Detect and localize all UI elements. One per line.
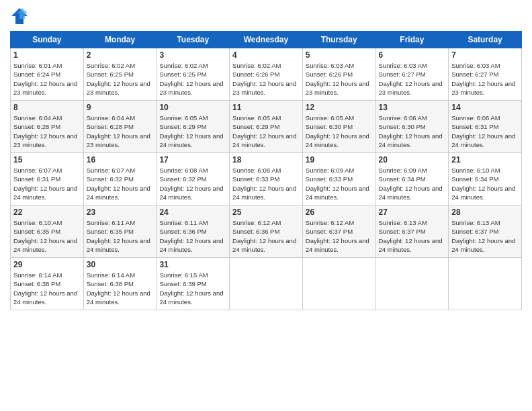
empty-cell xyxy=(302,258,375,310)
calendar-cell: 3 Sunrise: 6:02 AM Sunset: 6:25 PM Dayli… xyxy=(157,48,230,101)
day-info: Sunrise: 6:08 AM Sunset: 6:32 PM Dayligh… xyxy=(159,166,226,201)
sunset-label: Sunset: 6:29 PM xyxy=(232,123,279,130)
sunrise-label: Sunrise: 6:09 AM xyxy=(306,167,354,174)
daylight-label: Daylight: 12 hours and 24 minutes. xyxy=(451,132,515,148)
sunrise-label: Sunrise: 6:01 AM xyxy=(13,62,62,69)
sunset-label: Sunset: 6:39 PM xyxy=(159,280,206,287)
day-header: Friday xyxy=(375,32,449,48)
day-number: 22 xyxy=(13,208,81,217)
empty-cell xyxy=(230,258,303,310)
sunrise-label: Sunrise: 6:02 AM xyxy=(159,62,208,69)
calendar-cell: 25 Sunrise: 6:12 AM Sunset: 6:36 PM Dayl… xyxy=(230,205,303,258)
day-info: Sunrise: 6:07 AM Sunset: 6:32 PM Dayligh… xyxy=(87,166,154,201)
daylight-label: Daylight: 12 hours and 23 minutes. xyxy=(306,80,369,96)
day-number: 16 xyxy=(87,155,154,165)
daylight-label: Daylight: 12 hours and 24 minutes. xyxy=(232,237,296,253)
day-number: 21 xyxy=(451,155,519,165)
day-info: Sunrise: 6:13 AM Sunset: 6:37 PM Dayligh… xyxy=(451,218,519,254)
sunset-label: Sunset: 6:26 PM xyxy=(306,71,353,78)
day-info: Sunrise: 6:07 AM Sunset: 6:31 PM Dayligh… xyxy=(13,166,81,201)
day-info: Sunrise: 6:10 AM Sunset: 6:34 PM Dayligh… xyxy=(451,166,519,201)
day-number: 31 xyxy=(159,260,226,269)
day-number: 30 xyxy=(87,260,154,269)
sunrise-label: Sunrise: 6:02 AM xyxy=(87,62,135,69)
day-info: Sunrise: 6:08 AM Sunset: 6:33 PM Dayligh… xyxy=(232,166,300,201)
sunrise-label: Sunrise: 6:07 AM xyxy=(13,167,62,174)
daylight-label: Daylight: 12 hours and 23 minutes. xyxy=(379,80,443,96)
day-number: 1 xyxy=(13,50,81,60)
day-number: 10 xyxy=(159,103,226,112)
day-number: 17 xyxy=(159,155,226,165)
sunrise-label: Sunrise: 6:13 AM xyxy=(451,219,500,226)
calendar-cell: 5 Sunrise: 6:03 AM Sunset: 6:26 PM Dayli… xyxy=(302,48,375,101)
calendar-cell: 31 Sunrise: 6:15 AM Sunset: 6:39 PM Dayl… xyxy=(157,258,230,310)
sunrise-label: Sunrise: 6:04 AM xyxy=(13,114,62,122)
page: SundayMondayTuesdayWednesdayThursdayFrid… xyxy=(0,0,532,411)
day-info: Sunrise: 6:03 AM Sunset: 6:26 PM Dayligh… xyxy=(306,61,373,97)
daylight-label: Daylight: 12 hours and 24 minutes. xyxy=(232,185,296,201)
calendar-cell: 23 Sunrise: 6:11 AM Sunset: 6:35 PM Dayl… xyxy=(83,205,157,258)
sunset-label: Sunset: 6:37 PM xyxy=(451,228,498,235)
sunset-label: Sunset: 6:38 PM xyxy=(13,280,60,287)
sunrise-label: Sunrise: 6:03 AM xyxy=(306,62,354,69)
sunset-label: Sunset: 6:25 PM xyxy=(159,71,206,78)
calendar-cell: 30 Sunrise: 6:14 AM Sunset: 6:38 PM Dayl… xyxy=(83,258,157,310)
day-info: Sunrise: 6:05 AM Sunset: 6:29 PM Dayligh… xyxy=(232,113,300,149)
calendar-cell: 9 Sunrise: 6:04 AM Sunset: 6:28 PM Dayli… xyxy=(83,101,157,153)
sunrise-label: Sunrise: 6:11 AM xyxy=(159,219,208,226)
daylight-label: Daylight: 12 hours and 23 minutes. xyxy=(232,80,296,96)
daylight-label: Daylight: 12 hours and 24 minutes. xyxy=(379,132,443,148)
calendar-cell: 8 Sunrise: 6:04 AM Sunset: 6:28 PM Dayli… xyxy=(11,101,84,153)
day-header: Tuesday xyxy=(157,32,230,48)
sunset-label: Sunset: 6:34 PM xyxy=(379,175,426,183)
sunset-label: Sunset: 6:38 PM xyxy=(87,280,134,287)
sunrise-label: Sunrise: 6:05 AM xyxy=(232,114,281,122)
day-info: Sunrise: 6:02 AM Sunset: 6:25 PM Dayligh… xyxy=(87,61,154,97)
day-number: 9 xyxy=(87,103,154,112)
calendar-cell: 14 Sunrise: 6:06 AM Sunset: 6:31 PM Dayl… xyxy=(449,101,522,153)
sunrise-label: Sunrise: 6:05 AM xyxy=(159,114,208,122)
day-header: Saturday xyxy=(449,32,522,48)
daylight-label: Daylight: 12 hours and 24 minutes. xyxy=(87,289,150,306)
sunrise-label: Sunrise: 6:06 AM xyxy=(451,114,500,122)
sunset-label: Sunset: 6:32 PM xyxy=(159,175,206,183)
daylight-label: Daylight: 12 hours and 24 minutes. xyxy=(159,289,223,306)
day-number: 14 xyxy=(451,103,519,112)
sunset-label: Sunset: 6:28 PM xyxy=(13,123,60,130)
sunset-label: Sunset: 6:34 PM xyxy=(451,175,498,183)
sunset-label: Sunset: 6:28 PM xyxy=(87,123,134,130)
day-info: Sunrise: 6:09 AM Sunset: 6:33 PM Dayligh… xyxy=(306,166,373,201)
day-number: 23 xyxy=(87,208,154,217)
daylight-label: Daylight: 12 hours and 24 minutes. xyxy=(451,185,515,201)
sunset-label: Sunset: 6:25 PM xyxy=(87,71,134,78)
day-info: Sunrise: 6:10 AM Sunset: 6:35 PM Dayligh… xyxy=(13,218,81,254)
daylight-label: Daylight: 12 hours and 24 minutes. xyxy=(451,237,515,253)
header xyxy=(10,7,522,26)
calendar-cell: 27 Sunrise: 6:13 AM Sunset: 6:37 PM Dayl… xyxy=(375,205,449,258)
sunrise-label: Sunrise: 6:08 AM xyxy=(232,167,281,174)
calendar-cell: 13 Sunrise: 6:06 AM Sunset: 6:30 PM Dayl… xyxy=(375,101,449,153)
day-number: 2 xyxy=(87,50,154,60)
daylight-label: Daylight: 12 hours and 23 minutes. xyxy=(13,80,77,96)
calendar-cell: 26 Sunrise: 6:12 AM Sunset: 6:37 PM Dayl… xyxy=(302,205,375,258)
calendar-cell: 2 Sunrise: 6:02 AM Sunset: 6:25 PM Dayli… xyxy=(83,48,157,101)
sunset-label: Sunset: 6:33 PM xyxy=(306,175,353,183)
calendar-cell: 18 Sunrise: 6:08 AM Sunset: 6:33 PM Dayl… xyxy=(230,153,303,205)
day-number: 12 xyxy=(306,103,373,112)
day-info: Sunrise: 6:09 AM Sunset: 6:34 PM Dayligh… xyxy=(379,166,446,201)
day-number: 18 xyxy=(232,155,300,165)
calendar-cell: 7 Sunrise: 6:03 AM Sunset: 6:27 PM Dayli… xyxy=(449,48,522,101)
day-number: 26 xyxy=(306,208,373,217)
day-info: Sunrise: 6:15 AM Sunset: 6:39 PM Dayligh… xyxy=(159,271,226,306)
daylight-label: Daylight: 12 hours and 24 minutes. xyxy=(306,185,369,201)
sunset-label: Sunset: 6:35 PM xyxy=(13,228,60,235)
day-info: Sunrise: 6:05 AM Sunset: 6:29 PM Dayligh… xyxy=(159,113,226,149)
day-number: 27 xyxy=(379,208,446,217)
sunrise-label: Sunrise: 6:03 AM xyxy=(451,62,500,69)
sunset-label: Sunset: 6:35 PM xyxy=(87,228,134,235)
day-number: 28 xyxy=(451,208,519,217)
calendar-cell: 11 Sunrise: 6:05 AM Sunset: 6:29 PM Dayl… xyxy=(230,101,303,153)
sunset-label: Sunset: 6:24 PM xyxy=(13,71,60,78)
day-info: Sunrise: 6:03 AM Sunset: 6:27 PM Dayligh… xyxy=(451,61,519,97)
calendar-cell: 1 Sunrise: 6:01 AM Sunset: 6:24 PM Dayli… xyxy=(11,48,84,101)
